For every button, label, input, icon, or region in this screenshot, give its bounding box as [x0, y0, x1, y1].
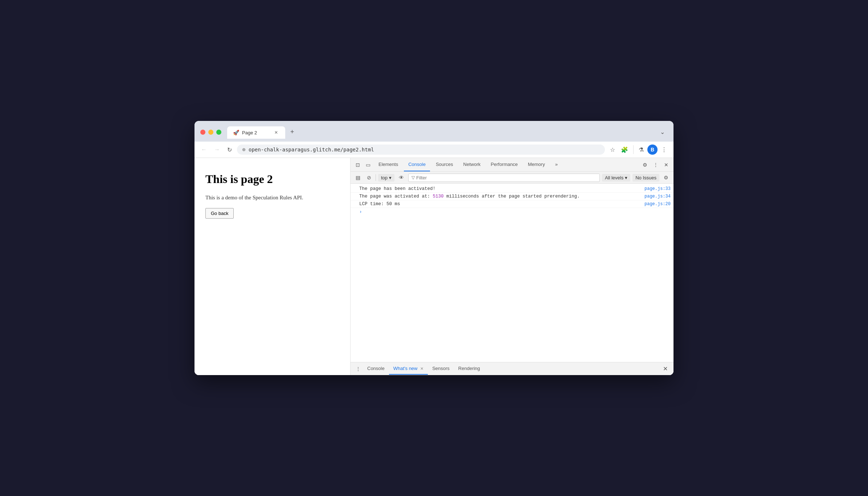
browser-window: 🚀 Page 2 ✕ + ⌄ ← → ↻ ⊕ open-chalk-aspara… — [195, 121, 673, 375]
tab-title: Page 2 — [242, 130, 257, 135]
devtools-tab-elements[interactable]: Elements — [374, 158, 402, 171]
levels-arrow-icon: ▾ — [625, 175, 627, 180]
window-controls — [200, 130, 221, 135]
console-clear-button[interactable]: ⊘ — [365, 173, 373, 182]
console-message-3: LCP time: 50 ms — [359, 202, 642, 207]
security-icon: ⊕ — [242, 147, 246, 152]
console-sidebar-button[interactable]: ▤ — [353, 173, 363, 182]
avatar-button[interactable]: B — [647, 145, 658, 155]
page-description: This is a demo of the Speculation Rules … — [205, 195, 339, 201]
address-text: open-chalk-asparagus.glitch.me/page2.htm… — [249, 147, 600, 153]
console-line: LCP time: 50 ms page.js:20 — [351, 200, 673, 208]
console-link-3[interactable]: page.js:20 — [644, 202, 671, 207]
console-separator — [376, 174, 376, 181]
devtools-more-options-button[interactable]: ⋮ — [651, 160, 660, 170]
maximize-window-button[interactable] — [216, 130, 221, 135]
forward-button[interactable]: → — [212, 145, 222, 154]
issues-button[interactable]: No Issues — [632, 174, 659, 182]
devtools-tab-more[interactable]: » — [551, 158, 562, 171]
console-caret[interactable]: › — [351, 208, 673, 216]
address-bar[interactable]: ⊕ open-chalk-asparagus.glitch.me/page2.h… — [237, 145, 605, 155]
console-highlight-value: 5130 — [433, 194, 444, 199]
devtools-tab-console[interactable]: Console — [404, 158, 430, 171]
filter-input[interactable] — [416, 175, 597, 180]
devtools-tab-sources[interactable]: Sources — [431, 158, 458, 171]
bottom-tab-rendering[interactable]: Rendering — [454, 363, 484, 375]
browser-tab-active[interactable]: 🚀 Page 2 ✕ — [227, 126, 285, 139]
nav-icons: ☆ 🧩 ⚗ B ⋮ — [608, 145, 669, 155]
bottom-tab-sensors[interactable]: Sensors — [428, 363, 454, 375]
back-button[interactable]: ← — [199, 145, 209, 154]
console-output: The page has been activated! page.js:33 … — [351, 184, 673, 362]
devtools-settings-button[interactable]: ⚙ — [640, 160, 650, 170]
page-content: This is page 2 This is a demo of the Spe… — [195, 158, 351, 375]
devtools-tab-memory[interactable]: Memory — [524, 158, 549, 171]
nav-bar: ← → ↻ ⊕ open-chalk-asparagus.glitch.me/p… — [195, 142, 673, 158]
devtools-close-button[interactable]: ✕ — [662, 160, 671, 170]
whats-new-label: What's new — [393, 366, 418, 371]
flask-button[interactable]: ⚗ — [636, 145, 646, 155]
devtools-tab-network[interactable]: Network — [459, 158, 485, 171]
filter-icon: ▽ — [412, 175, 415, 180]
bottom-tabbar: ⋮ Console What's new ✕ Sensors Rendering… — [351, 362, 673, 375]
console-message-suffix: milliseconds after the page started prer… — [444, 194, 580, 199]
console-line: The page was activated at: 5130 millisec… — [351, 193, 673, 200]
tab-close-button[interactable]: ✕ — [273, 129, 279, 136]
inspect-element-button[interactable]: ⊡ — [353, 160, 362, 170]
main-content: This is page 2 This is a demo of the Spe… — [195, 158, 673, 375]
minimize-window-button[interactable] — [208, 130, 213, 135]
bottom-tabbar-menu-button[interactable]: ⋮ — [353, 365, 363, 373]
console-message-prefix: The page was activated at: — [359, 194, 433, 199]
extension-button[interactable]: 🧩 — [619, 145, 630, 155]
tab-favicon-icon: 🚀 — [233, 130, 239, 135]
nav-divider — [633, 145, 634, 154]
device-mode-button[interactable]: ▭ — [364, 160, 373, 170]
tabs-row: 🚀 Page 2 ✕ + — [227, 125, 299, 139]
context-selector[interactable]: top ▾ — [378, 174, 394, 182]
close-window-button[interactable] — [200, 130, 205, 135]
devtools-toolbar: ⊡ ▭ Elements Console Sources Network Per… — [351, 158, 673, 172]
console-link-2[interactable]: page.js:34 — [644, 194, 671, 199]
console-link-1[interactable]: page.js:33 — [644, 186, 671, 191]
context-arrow-icon: ▾ — [389, 175, 392, 180]
bookmark-button[interactable]: ☆ — [608, 145, 617, 155]
go-back-button[interactable]: Go back — [205, 208, 234, 219]
whats-new-close-icon[interactable]: ✕ — [420, 366, 423, 371]
levels-label: All levels — [605, 175, 623, 180]
tab-menu-button[interactable]: ⌄ — [657, 127, 668, 137]
more-menu-button[interactable]: ⋮ — [659, 145, 669, 155]
levels-button[interactable]: All levels ▾ — [602, 174, 630, 182]
title-bar-top: 🚀 Page 2 ✕ + ⌄ — [200, 125, 668, 139]
issues-settings-button[interactable]: ⚙ — [662, 173, 671, 182]
console-toolbar: ▤ ⊘ top ▾ 👁 ▽ All levels ▾ No Issues ⚙ — [351, 172, 673, 184]
console-message-2: The page was activated at: 5130 millisec… — [359, 194, 642, 199]
devtools-tab-performance[interactable]: Performance — [486, 158, 522, 171]
context-label: top — [381, 175, 388, 180]
bottom-tab-whats-new[interactable]: What's new ✕ — [389, 363, 428, 375]
bottom-tab-console[interactable]: Console — [363, 363, 389, 375]
console-message-1: The page has been activated! — [359, 186, 642, 191]
filter-area[interactable]: ▽ — [408, 174, 600, 182]
page-title: This is page 2 — [205, 172, 339, 186]
console-line: The page has been activated! page.js:33 — [351, 185, 673, 193]
devtools-panel: ⊡ ▭ Elements Console Sources Network Per… — [351, 158, 673, 375]
new-tab-button[interactable]: + — [286, 125, 299, 139]
devtools-bottom-close-button[interactable]: ✕ — [660, 364, 671, 374]
title-bar: 🚀 Page 2 ✕ + ⌄ — [195, 121, 673, 142]
console-eye-button[interactable]: 👁 — [397, 173, 406, 182]
reload-button[interactable]: ↻ — [225, 145, 234, 155]
